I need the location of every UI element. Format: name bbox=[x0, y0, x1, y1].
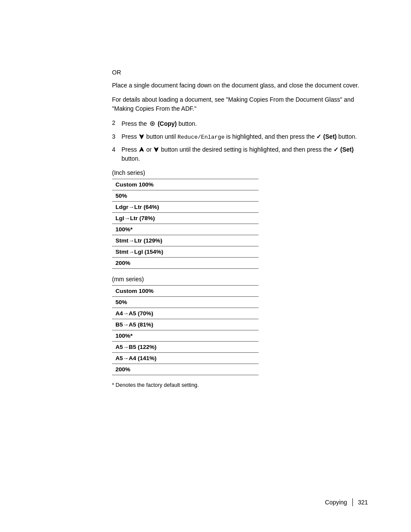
table-row: 100%* bbox=[112, 330, 258, 341]
footer-section: Copying bbox=[325, 499, 347, 506]
inch-series-table: Custom 100%50%Ldgr→Ltr (64%)Lgl→Ltr (78%… bbox=[112, 179, 258, 269]
table-row: Stmt→Lgl (154%) bbox=[112, 246, 258, 257]
set-label-1: (Set) bbox=[323, 133, 336, 140]
table-row: Stmt→Ltr (129%) bbox=[112, 235, 258, 246]
table-cell: A5→A4 (141%) bbox=[112, 352, 258, 364]
table-cell: Ldgr→Ltr (64%) bbox=[112, 201, 258, 212]
set-label-2: (Set) bbox=[340, 146, 354, 153]
table-cell: A5→B5 (122%) bbox=[112, 341, 258, 352]
paragraph-2: For details about loading a document, se… bbox=[112, 95, 362, 113]
table-cell: B5→A5 (81%) bbox=[112, 319, 258, 330]
table-row: 100%* bbox=[112, 224, 258, 235]
table-row: Ldgr→Ltr (64%) bbox=[112, 201, 258, 212]
table-row: Custom 100% bbox=[112, 285, 258, 296]
table-cell: 200% bbox=[112, 364, 258, 375]
down-arrow-icon-1: ⮟ bbox=[139, 132, 145, 141]
page-footer: Copying 321 bbox=[325, 498, 368, 506]
table-cell: 50% bbox=[112, 190, 258, 201]
content-area: OR Place a single document facing down o… bbox=[112, 69, 362, 388]
step-3-num: 3 bbox=[112, 132, 121, 141]
step-4: 4 Press ⮝ or ⮟ button until the desired … bbox=[112, 145, 362, 163]
step-2-content: Press the ⊛ (Copy) button. bbox=[121, 118, 362, 129]
table-row: A4→A5 (70%) bbox=[112, 308, 258, 319]
table-row: 50% bbox=[112, 190, 258, 201]
reduce-enlarge-label: Reduce/Enlarge bbox=[177, 134, 224, 140]
copy-icon: ⊛ bbox=[149, 118, 155, 129]
table-cell: 100%* bbox=[112, 224, 258, 235]
check-icon-2: ✓ bbox=[333, 145, 339, 154]
table-cell: A4→A5 (70%) bbox=[112, 308, 258, 319]
up-arrow-icon: ⮝ bbox=[139, 145, 145, 154]
check-icon-1: ✓ bbox=[316, 132, 321, 141]
table-row: B5→A5 (81%) bbox=[112, 319, 258, 330]
table-row: 200% bbox=[112, 364, 258, 375]
table-cell: Custom 100% bbox=[112, 179, 258, 190]
table-row: Lgl→Ltr (78%) bbox=[112, 212, 258, 224]
table-row: A5→B5 (122%) bbox=[112, 341, 258, 352]
steps-list: 2 Press the ⊛ (Copy) button. 3 Press ⮟ b… bbox=[112, 118, 362, 163]
paragraph-1: Place a single document facing down on t… bbox=[112, 81, 362, 90]
page: OR Place a single document facing down o… bbox=[0, 0, 411, 532]
table-cell: Stmt→Lgl (154%) bbox=[112, 246, 258, 257]
table-cell: Lgl→Ltr (78%) bbox=[112, 212, 258, 224]
table-row: Custom 100% bbox=[112, 179, 258, 190]
step-4-content: Press ⮝ or ⮟ button until the desired se… bbox=[121, 145, 362, 163]
table-cell: 50% bbox=[112, 296, 258, 308]
mm-series-table: Custom 100%50%A4→A5 (70%)B5→A5 (81%)100%… bbox=[112, 285, 258, 375]
step-4-num: 4 bbox=[112, 145, 121, 154]
footer-divider bbox=[352, 498, 353, 506]
table-cell: 100%* bbox=[112, 330, 258, 341]
inch-series-label: (Inch series) bbox=[112, 169, 362, 176]
step-3-content: Press ⮟ button until Reduce/Enlarge is h… bbox=[121, 132, 362, 142]
step-3: 3 Press ⮟ button until Reduce/Enlarge is… bbox=[112, 132, 362, 142]
table-cell: Custom 100% bbox=[112, 285, 258, 296]
page-number: 321 bbox=[358, 499, 368, 506]
table-cell: 200% bbox=[112, 257, 258, 268]
copy-label: (Copy) bbox=[158, 120, 177, 127]
table-row: A5→A4 (141%) bbox=[112, 352, 258, 364]
table-cell: Stmt→Ltr (129%) bbox=[112, 235, 258, 246]
step-2-num: 2 bbox=[112, 118, 121, 128]
mm-series-label: (mm series) bbox=[112, 276, 362, 283]
step-2: 2 Press the ⊛ (Copy) button. bbox=[112, 118, 362, 129]
table-row: 200% bbox=[112, 257, 258, 268]
table-row: 50% bbox=[112, 296, 258, 308]
down-arrow-icon-2: ⮟ bbox=[153, 145, 159, 154]
footnote: * Denotes the factory default setting. bbox=[112, 382, 362, 388]
or-label: OR bbox=[112, 69, 362, 76]
